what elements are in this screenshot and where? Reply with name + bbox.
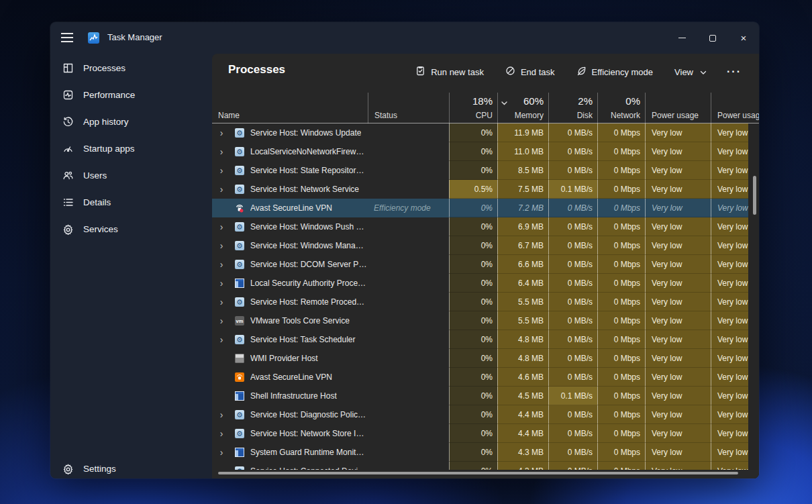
table-row[interactable]: ›vmVMware Tools Core Service0%5.5 MB0 MB… — [212, 311, 759, 330]
table-row[interactable]: ›⚙Service Host: Diagnostic Policy ...0%4… — [212, 405, 759, 424]
process-name-cell: ›⚙Service Host: Network Store Inte... — [212, 424, 368, 443]
expand-chevron-icon[interactable]: › — [216, 297, 227, 307]
sidebar-item-app-history[interactable]: App history — [54, 109, 208, 134]
power-usage-trend-cell: Very low — [711, 255, 748, 274]
table-row[interactable]: Avast SecureLine VPN0%4.6 MB0 MB/s0 Mbps… — [212, 368, 759, 387]
network-cell: 0 Mbps — [597, 180, 645, 199]
close-button[interactable]: × — [728, 22, 759, 54]
process-name: Shell Infrastructure Host — [250, 391, 337, 401]
table-row[interactable]: ›⚙Service Host: Remote Procedure...0%5.5… — [212, 293, 759, 311]
sidebar-item-users[interactable]: Users — [54, 163, 208, 187]
table-row[interactable]: WMI Provider Host0%4.8 MB0 MB/s0 MbpsVer… — [212, 349, 759, 368]
expand-chevron-icon[interactable]: › — [216, 184, 227, 195]
power-usage-trend-cell: Very low — [711, 424, 748, 443]
hamburger-menu-icon[interactable] — [61, 33, 73, 42]
sidebar-item-performance[interactable]: Performance — [54, 83, 208, 107]
table-row[interactable]: ›⚙Service Host: Windows Update0%11.9 MB0… — [212, 123, 759, 142]
table-row[interactable]: ›System Guard Runtime Monitor...0%4.3 MB… — [212, 443, 759, 462]
sidebar-item-details[interactable]: Details — [54, 190, 208, 214]
process-name-cell: WMI Provider Host — [212, 349, 368, 368]
network-cell: 0 Mbps — [597, 462, 645, 470]
cpu-cell: 0% — [449, 311, 497, 330]
power-usage-trend-cell: Very low — [711, 236, 748, 255]
sidebar-item-label: Settings — [83, 464, 116, 474]
more-options-button[interactable]: ··· — [720, 63, 748, 81]
memory-cell: 11.9 MB — [497, 123, 548, 142]
process-name-cell: Shell Infrastructure Host — [212, 387, 368, 405]
cpu-cell: 0% — [449, 123, 497, 142]
table-row[interactable]: ›⚙Service Host: Task Scheduler0%4.8 MB0 … — [212, 330, 759, 349]
sidebar-item-settings[interactable]: Settings — [54, 456, 208, 478]
expand-chevron-icon[interactable]: › — [216, 165, 227, 176]
expand-chevron-icon[interactable]: › — [216, 128, 227, 138]
expand-chevron-icon[interactable]: › — [216, 259, 227, 270]
minimize-button[interactable] — [666, 22, 697, 54]
power-usage-trend-cell: Very low — [711, 330, 748, 349]
column-header-network[interactable]: 0% Network — [597, 93, 645, 123]
memory-cell: 8.5 MB — [497, 161, 548, 180]
expand-chevron-icon[interactable]: › — [216, 447, 227, 458]
task-manager-app-icon — [88, 32, 99, 44]
process-name-cell: ›⚙Service Host: Remote Procedure... — [212, 293, 368, 311]
column-header-memory[interactable]: 60% Memory — [497, 93, 548, 123]
sidebar-item-processes[interactable]: Processes — [54, 56, 208, 80]
table-row[interactable]: Shell Infrastructure Host0%4.5 MB0.1 MB/… — [212, 387, 759, 405]
process-name: LocalServiceNoNetworkFirewall ... — [250, 147, 368, 156]
table-row[interactable]: ›Local Security Authority Process...0%6.… — [212, 274, 759, 293]
table-row[interactable]: ›⚙Service Host: State Repository S...0%8… — [212, 161, 759, 180]
column-header-status[interactable]: Status — [368, 93, 449, 123]
expand-chevron-icon[interactable]: › — [216, 334, 227, 345]
power-usage-cell: Very low — [645, 311, 711, 330]
memory-cell: 4.8 MB — [497, 349, 548, 368]
column-header-cpu[interactable]: 18% CPU — [449, 93, 497, 123]
table-row[interactable]: ›⚙Service Host: DCOM Server Proc...0%6.6… — [212, 255, 759, 274]
column-header-power-usage-trend[interactable]: Power usage trend — [711, 93, 759, 123]
table-row[interactable]: Avast SecureLine VPNEfficiency mode0%7.2… — [212, 199, 759, 217]
maximize-button[interactable] — [697, 22, 728, 54]
power-usage-cell: Very low — [645, 405, 711, 424]
expand-chevron-icon[interactable]: › — [216, 278, 227, 289]
expand-chevron-icon[interactable]: › — [216, 428, 227, 439]
cpu-cell: 0% — [449, 424, 497, 443]
column-header-name[interactable]: Name — [212, 93, 368, 123]
memory-cell: 4.4 MB — [497, 424, 548, 443]
expand-chevron-icon[interactable]: › — [216, 221, 227, 232]
table-row[interactable]: ›⚙Service Host: Windows Manage...0%6.7 M… — [212, 236, 759, 255]
table-row[interactable]: ›⚙Service Host: Windows Push No...0%6.9 … — [212, 217, 759, 236]
table-row[interactable]: ›⚙Service Host: Network Service0.5%7.5 M… — [212, 180, 759, 199]
avast-vpn-lock-icon — [235, 203, 244, 213]
column-header-power-usage[interactable]: Power usage — [645, 93, 711, 123]
power-usage-trend-cell: Very low — [711, 349, 748, 368]
expand-chevron-icon[interactable]: › — [216, 240, 227, 251]
service-gear-icon: ⚙ — [235, 166, 244, 175]
status-cell — [368, 405, 449, 424]
vertical-scrollbar[interactable] — [753, 176, 756, 215]
view-dropdown[interactable]: View — [666, 63, 715, 81]
end-task-label: End task — [521, 67, 555, 77]
expand-chevron-icon[interactable]: › — [216, 146, 227, 157]
process-name: Service Host: Remote Procedure... — [250, 297, 368, 307]
status-cell — [368, 424, 449, 443]
efficiency-mode-button[interactable]: Efficiency mode — [568, 62, 662, 82]
horizontal-scrollbar[interactable] — [218, 472, 738, 474]
memory-cell: 5.5 MB — [497, 311, 548, 330]
sidebar-item-label: Services — [83, 224, 118, 234]
chevron-down-icon — [700, 67, 707, 77]
table-row[interactable]: ›⚙Service Host: Connected Device...0%4.3… — [212, 462, 759, 470]
run-new-task-label: Run new task — [431, 67, 484, 77]
expand-chevron-icon[interactable]: › — [216, 315, 227, 326]
power-usage-trend-cell: Very low — [711, 161, 748, 180]
gear-icon — [62, 462, 74, 474]
table-row[interactable]: ›⚙LocalServiceNoNetworkFirewall ...0%11.… — [212, 142, 759, 161]
desktop-wallpaper: Task Manager × Processes Performance App… — [0, 0, 812, 504]
disk-cell: 0 MB/s — [548, 142, 597, 161]
run-new-task-button[interactable]: Run new task — [407, 62, 492, 82]
end-task-button[interactable]: End task — [497, 62, 563, 82]
network-cell: 0 Mbps — [597, 330, 645, 349]
sidebar-item-startup-apps[interactable]: Startup apps — [54, 136, 208, 160]
expand-chevron-icon[interactable]: › — [216, 409, 227, 420]
sidebar-item-services[interactable]: Services — [54, 217, 208, 241]
sidebar-item-label: Performance — [83, 90, 135, 100]
column-header-disk[interactable]: 2% Disk — [548, 93, 597, 123]
table-row[interactable]: ›⚙Service Host: Network Store Inte...0%4… — [212, 424, 759, 443]
